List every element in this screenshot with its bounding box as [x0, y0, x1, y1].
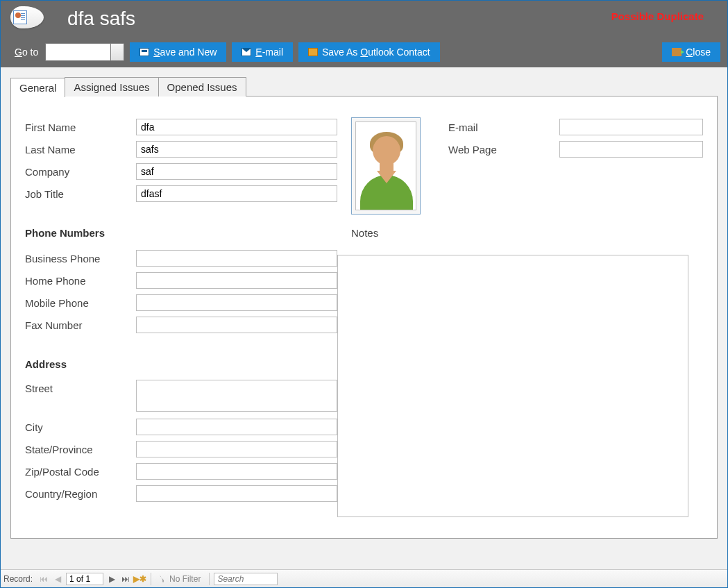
first-name-field[interactable]: [136, 119, 337, 135]
notes-label: Notes: [351, 227, 378, 239]
tab-assigned-issues[interactable]: Assigned Issues: [65, 77, 158, 96]
mobile-phone-label: Mobile Phone: [25, 297, 136, 309]
first-name-label: First Name: [25, 121, 136, 133]
address-section-heading: Address: [25, 358, 337, 370]
zip-field[interactable]: [136, 463, 337, 480]
business-phone-field[interactable]: [136, 250, 337, 267]
notes-field[interactable]: [337, 255, 688, 517]
goto-label: Go to: [15, 47, 38, 58]
mail-icon: [242, 48, 251, 56]
record-navigator: Record: ⏮ ◀ ▶ ⏭ ▶✱ No Filter: [1, 569, 727, 587]
no-filter-button[interactable]: No Filter: [155, 574, 205, 584]
contact-photo[interactable]: [351, 117, 421, 215]
country-field[interactable]: [136, 485, 337, 502]
duplicate-warning: Possible Duplicate: [611, 10, 704, 22]
phone-section-heading: Phone Numbers: [25, 227, 337, 239]
save-as-outlook-button[interactable]: Save As Outlook Contact: [298, 42, 440, 62]
content-area: General Assigned Issues Opened Issues Fi…: [1, 67, 727, 569]
record-number-field[interactable]: [66, 573, 103, 585]
tab-opened-issues[interactable]: Opened Issues: [158, 77, 246, 96]
city-label: City: [25, 421, 136, 433]
tab-general[interactable]: General: [10, 78, 65, 97]
record-search-field[interactable]: [214, 573, 278, 585]
email-button[interactable]: E-mail: [232, 42, 293, 62]
state-field[interactable]: [136, 441, 337, 457]
job-title-label: Job Title: [25, 188, 136, 200]
save-and-new-button[interactable]: Save and New: [130, 42, 226, 62]
fax-label: Fax Number: [25, 319, 136, 331]
last-name-label: Last Name: [25, 144, 136, 156]
close-button[interactable]: Close: [662, 42, 720, 62]
webpage-field[interactable]: [559, 141, 703, 158]
last-record-button[interactable]: ⏭: [119, 573, 132, 585]
email-label: E-mail: [448, 121, 559, 133]
contact-card-icon: [10, 6, 44, 28]
job-title-field[interactable]: [136, 185, 337, 202]
city-field[interactable]: [136, 419, 337, 435]
new-record-button[interactable]: ▶✱: [133, 573, 146, 585]
business-phone-label: Business Phone: [25, 253, 136, 264]
country-label: Country/Region: [25, 488, 136, 500]
next-record-button[interactable]: ▶: [105, 573, 118, 585]
company-label: Company: [25, 166, 136, 178]
record-label: Record:: [3, 574, 33, 584]
save-icon: [139, 48, 149, 56]
previous-record-button[interactable]: ◀: [51, 573, 64, 585]
state-label: State/Province: [25, 444, 136, 455]
first-record-button[interactable]: ⏮: [37, 573, 50, 585]
street-field[interactable]: [136, 380, 337, 412]
home-phone-field[interactable]: [136, 272, 337, 289]
tab-strip: General Assigned Issues Opened Issues: [10, 77, 718, 96]
zip-label: Zip/Postal Code: [25, 466, 136, 478]
header: dfa safs Possible Duplicate Go to Save a…: [1, 1, 727, 67]
goto-select[interactable]: [45, 43, 124, 61]
toolbar: Go to Save and New E-mail Save As Outloo…: [15, 42, 720, 62]
email-field[interactable]: [559, 119, 703, 135]
street-label: Street: [25, 380, 136, 394]
outlook-icon: [308, 48, 318, 56]
mobile-phone-field[interactable]: [136, 294, 337, 311]
close-door-icon: [672, 48, 682, 56]
funnel-icon: [160, 576, 167, 582]
webpage-label: Web Page: [448, 144, 559, 156]
company-field[interactable]: [136, 163, 337, 180]
last-name-field[interactable]: [136, 141, 337, 158]
page-title: dfa safs: [67, 8, 135, 30]
chevron-down-icon: [115, 50, 120, 53]
fax-field[interactable]: [136, 317, 337, 333]
home-phone-label: Home Phone: [25, 275, 136, 287]
general-panel: First Name Last Name Company Job Title P…: [10, 96, 718, 539]
